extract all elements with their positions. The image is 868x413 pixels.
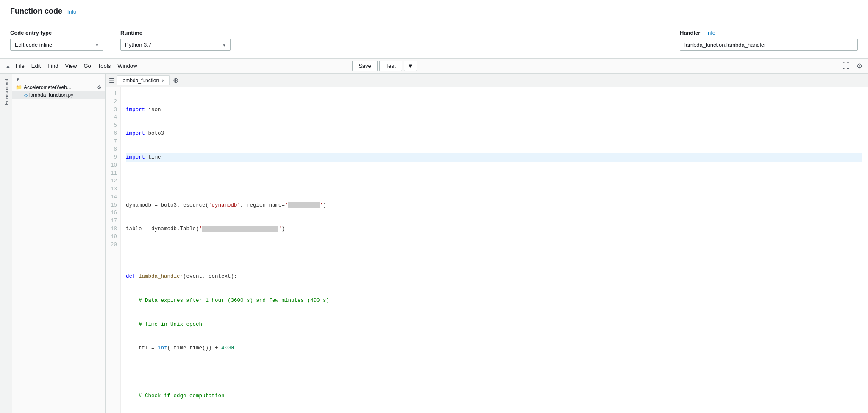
tab-lambda-function[interactable]: lambda_function ✕ bbox=[117, 75, 170, 85]
code-line-8: def lambda_handler(event, context): bbox=[126, 273, 862, 281]
environment-label: Environment bbox=[4, 74, 9, 110]
line-numbers: 1 2 3 4 5 6 7 8 9 10 11 12 13 14 bbox=[106, 87, 121, 413]
folder-settings-icon[interactable]: ⚙ bbox=[97, 84, 102, 90]
menu-window[interactable]: Window bbox=[114, 61, 140, 71]
code-entry-type-label: Code entry type bbox=[10, 30, 103, 36]
editor-tab-list-icon[interactable]: ☰ bbox=[107, 76, 116, 85]
settings-icon[interactable]: ⚙ bbox=[855, 60, 864, 72]
code-entry-type-select[interactable]: Edit code inline Upload a .zip file Uplo… bbox=[10, 39, 103, 51]
environment-sidebar: Environment bbox=[0, 74, 12, 413]
code-line-3: import time bbox=[126, 153, 862, 162]
header-info-link[interactable]: Info bbox=[67, 8, 77, 15]
code-line-11: ttl = int( time.time()) + 4000 bbox=[126, 344, 862, 352]
menu-find[interactable]: Find bbox=[44, 61, 61, 71]
menu-tools[interactable]: Tools bbox=[95, 61, 114, 71]
toolbar-actions: Save Test ▼ bbox=[352, 61, 417, 71]
explorer-folder[interactable]: 📁 AccelerometerWeb... ⚙ bbox=[12, 84, 105, 91]
runtime-select[interactable]: Python 3.7 Python 3.8 Node.js 12.x bbox=[120, 39, 231, 51]
save-button[interactable]: Save bbox=[352, 61, 378, 71]
test-dropdown-button[interactable]: ▼ bbox=[404, 61, 417, 71]
test-button[interactable]: Test bbox=[379, 61, 402, 71]
file-explorer: ▼ 📁 AccelerometerWeb... ⚙ ◇ lambda_funct… bbox=[12, 74, 106, 413]
code-line-1: import json bbox=[126, 106, 862, 114]
menu-view[interactable]: View bbox=[62, 61, 81, 71]
code-line-13: # Check if edge computation bbox=[126, 392, 862, 400]
fullscreen-icon[interactable]: ⛶ bbox=[840, 60, 851, 72]
code-line-9: # Data expires after 1 hour (3600 s) and… bbox=[126, 297, 862, 305]
ide-toolbar: ▲ File Edit Find View Go Tools Window Sa… bbox=[0, 59, 868, 74]
code-line-12 bbox=[126, 368, 862, 376]
code-entry-type-wrapper: Edit code inline Upload a .zip file Uplo… bbox=[10, 39, 103, 51]
code-line-2: import boto3 bbox=[126, 130, 862, 138]
code-area[interactable]: 1 2 3 4 5 6 7 8 9 10 11 12 13 14 bbox=[106, 87, 868, 413]
explorer-file[interactable]: ◇ lambda_function.py bbox=[12, 91, 105, 99]
code-content[interactable]: import json import boto3 import time dyn… bbox=[121, 87, 868, 413]
editor-tabs: ☰ lambda_function ✕ ⊕ bbox=[106, 74, 868, 87]
ide-main: Environment ▼ 📁 AccelerometerWeb... ⚙ ◇ … bbox=[0, 74, 868, 413]
tab-add-button[interactable]: ⊕ bbox=[170, 75, 181, 85]
page-title: Function code bbox=[10, 7, 62, 15]
handler-input[interactable]: lambda_function.lambda_handler bbox=[680, 39, 858, 51]
explorer-header: ▼ bbox=[12, 75, 105, 84]
toolbar-right: ⛶ ⚙ bbox=[840, 60, 864, 72]
code-line-10: # Time in Unix epoch bbox=[126, 321, 862, 329]
menu-edit[interactable]: Edit bbox=[28, 61, 44, 71]
file-name: lambda_function.py bbox=[29, 92, 73, 98]
handler-label: Handler bbox=[680, 30, 700, 36]
code-line-4 bbox=[126, 177, 862, 185]
settings-row: Code entry type Edit code inline Upload … bbox=[0, 21, 868, 58]
tab-lambda-function-label: lambda_function bbox=[122, 78, 159, 84]
code-line-6: table = dynamodb.Table('████████████████… bbox=[126, 225, 862, 233]
code-entry-type-group: Code entry type Edit code inline Upload … bbox=[10, 30, 103, 51]
ide-container: ▲ File Edit Find View Go Tools Window Sa… bbox=[0, 58, 868, 413]
editor-pane: ☰ lambda_function ✕ ⊕ 1 2 3 4 5 6 bbox=[106, 74, 868, 413]
code-line-7 bbox=[126, 249, 862, 257]
runtime-group: Runtime Python 3.7 Python 3.8 Node.js 12… bbox=[120, 30, 231, 51]
menu-file[interactable]: File bbox=[12, 61, 28, 71]
handler-group: Handler Info lambda_function.lambda_hand… bbox=[680, 30, 858, 51]
handler-info-link[interactable]: Info bbox=[706, 30, 715, 36]
runtime-wrapper: Python 3.7 Python 3.8 Node.js 12.x ▼ bbox=[120, 39, 231, 51]
folder-name: AccelerometerWeb... bbox=[24, 84, 71, 90]
menu-go[interactable]: Go bbox=[81, 61, 95, 71]
collapse-icon[interactable]: ▲ bbox=[4, 61, 12, 71]
file-icon: ◇ bbox=[24, 92, 28, 98]
folder-expand-icon: ▼ bbox=[16, 77, 20, 82]
folder-icon: 📁 bbox=[16, 84, 22, 90]
tab-lambda-function-close[interactable]: ✕ bbox=[161, 78, 165, 83]
code-line-5: dynamodb = boto3.resource('dynamodb', re… bbox=[126, 201, 862, 209]
toolbar-menu: File Edit Find View Go Tools Window bbox=[12, 61, 141, 71]
runtime-label: Runtime bbox=[120, 30, 231, 36]
